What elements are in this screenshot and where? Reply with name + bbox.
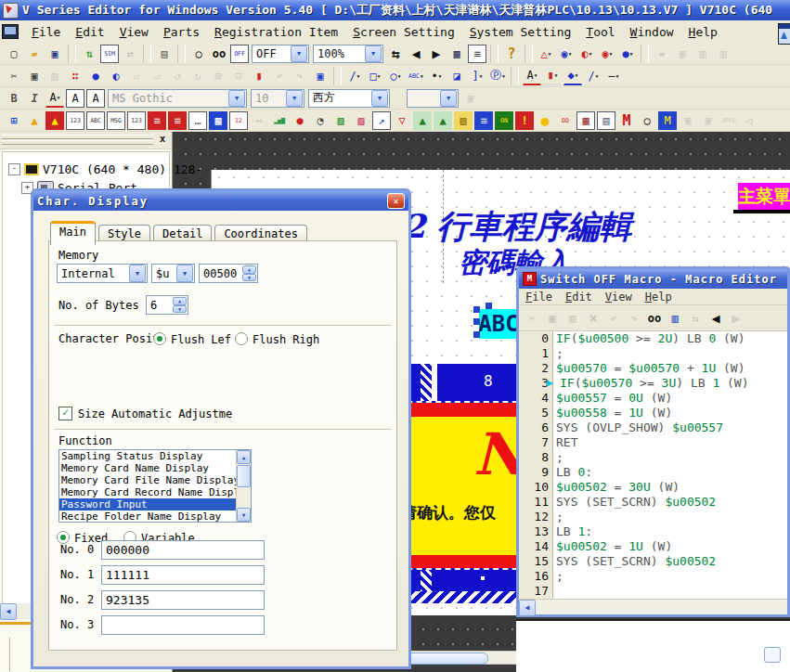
rotate-left-icon[interactable]: ↺	[168, 67, 187, 85]
tabledata-part-icon[interactable]: 123	[127, 111, 146, 130]
child-window-icon[interactable]	[2, 24, 19, 39]
msgdisplay-part-icon[interactable]: MSG	[107, 111, 125, 130]
memory-address-spinner[interactable]: 00500 ▲▼	[199, 264, 258, 283]
screen-list-icon[interactable]: ▦	[447, 45, 466, 63]
undo-icon[interactable]: ↶	[270, 67, 289, 85]
entry-key-part-icon[interactable]: ≡	[168, 111, 187, 130]
circle-tool-icon[interactable]: ○▼	[386, 67, 405, 85]
copy-icon[interactable]: ▣	[25, 67, 44, 85]
macro-line[interactable]: 4$u00557 = 0U (W)	[519, 391, 787, 406]
time-part-icon[interactable]: ○	[638, 111, 656, 130]
function-option[interactable]: Password Input	[59, 498, 236, 510]
password-value-input[interactable]	[101, 615, 265, 635]
menu-item-help[interactable]: Help	[639, 291, 679, 304]
line-tool-icon[interactable]: /▼	[345, 67, 364, 85]
delete-icon[interactable]: ×	[584, 309, 602, 328]
lower-blue-panel[interactable]	[397, 568, 527, 593]
zoom-icon[interactable]: ○	[189, 45, 208, 63]
redo-icon[interactable]: ↷	[291, 67, 309, 85]
onoff-combo[interactable]: OFF▼	[252, 45, 309, 63]
lamp-lib-icon[interactable]: ◐▼	[577, 45, 596, 63]
menu-item-view[interactable]: View	[112, 23, 156, 41]
calendar-part-icon[interactable]: ▦	[576, 111, 595, 130]
char-display-part[interactable]: ABC	[479, 309, 518, 339]
radio-checked-icon[interactable]	[153, 332, 166, 345]
macro-line[interactable]: 14$u00502 = 1U (W)	[519, 539, 787, 554]
graphic-part-icon[interactable]: ▲	[413, 111, 432, 130]
jpeg-part-icon[interactable]: JPEG	[719, 111, 738, 130]
grid-b-icon[interactable]: ⊟	[229, 67, 248, 85]
send-back-icon[interactable]: ▱	[148, 67, 166, 85]
menu-item-tool[interactable]: Tool	[578, 23, 622, 41]
onoff-part-icon[interactable]: ON	[495, 111, 513, 130]
password-entry-panel[interactable]: 8	[397, 362, 527, 403]
menu-item-help[interactable]: Help	[681, 23, 725, 41]
menu-item-window[interactable]: Window	[623, 23, 681, 41]
function-option[interactable]: Memory Card File Name Display	[59, 474, 236, 486]
lamp-part-icon[interactable]: ▲	[25, 111, 44, 130]
ungroup-icon[interactable]: ◐	[107, 67, 125, 85]
env-select-icon[interactable]: ▣	[311, 67, 330, 85]
alarmlamp-part-icon[interactable]: ▲	[45, 111, 64, 130]
numchar-part-icon[interactable]: 12	[229, 111, 248, 130]
find-icon[interactable]: oo	[645, 309, 664, 328]
collapse-icon[interactable]: -	[8, 163, 20, 175]
change-order-icon[interactable]: ▮	[250, 67, 268, 85]
save2-icon[interactable]: ▣	[673, 45, 692, 63]
cut-icon[interactable]: ✂	[5, 67, 23, 85]
grid-a-icon[interactable]: ⊞	[209, 67, 227, 85]
macro-line[interactable]: 15SYS (SET_SCRN) $u00502	[519, 554, 787, 569]
display-env-icon[interactable]: oo	[210, 45, 228, 63]
cut-icon[interactable]: ✂	[523, 309, 541, 328]
forward-icon[interactable]: ▶	[727, 309, 745, 328]
background-button[interactable]	[764, 647, 781, 663]
macro-code-area[interactable]: 0IF($u00500 >= 2U) LB 0 (W)1;2$u00570 = …	[519, 331, 787, 599]
memory-type-combo[interactable]: Internal▼	[57, 264, 148, 283]
tree-node-device[interactable]: - V710C (640 * 480) 128-	[8, 160, 167, 178]
save-icon[interactable]: ▣	[45, 45, 64, 63]
prev-screen-icon[interactable]: ◀	[407, 45, 425, 63]
linewidth-icon[interactable]: —▼	[604, 67, 623, 85]
menu-item-screen-setting[interactable]: Screen Setting	[345, 23, 462, 41]
screen-paste-icon[interactable]: ▥	[714, 45, 732, 63]
paste-icon[interactable]: ▤	[563, 309, 582, 328]
palette-icon[interactable]: ◆▼	[563, 67, 582, 85]
zoom-combo[interactable]: 100%▼	[313, 45, 383, 63]
datablock-part-icon[interactable]: ≡	[474, 111, 493, 130]
menu-item-file[interactable]: File	[24, 23, 68, 41]
video-part-icon[interactable]: ▣	[679, 111, 697, 130]
macro-line[interactable]: 6SYS (OVLP_SHOW) $u00557	[519, 420, 787, 435]
macro-line[interactable]: 0IF($u00500 >= 2U) LB 0 (W)	[519, 331, 787, 346]
group-icon[interactable]: ●	[86, 67, 105, 85]
closedgraph-part-icon[interactable]: ▨	[331, 111, 350, 130]
password-value-input[interactable]	[101, 540, 265, 560]
trendgraph-part-icon[interactable]: ▨	[352, 111, 370, 130]
item-list-icon[interactable]: ≡	[468, 45, 486, 63]
macro-line[interactable]: 1;	[519, 346, 787, 361]
screen-copy-icon[interactable]: ▥	[693, 45, 712, 63]
sound-part-icon[interactable]: ◁	[740, 111, 758, 130]
macro-line[interactable]: 17	[519, 584, 787, 599]
scroll-left-icon[interactable]: ◀	[0, 603, 17, 620]
checkbox-checked-icon[interactable]: ✓	[58, 407, 72, 420]
menu-item-registration-item[interactable]: Registration Item	[207, 23, 345, 41]
vscrollbar-thumb[interactable]	[237, 465, 251, 487]
floating-window-icon[interactable]	[778, 23, 790, 45]
extra-combo[interactable]: ▼	[407, 89, 459, 108]
graph-lib-icon[interactable]: ●▼	[618, 45, 637, 63]
spin-up-icon[interactable]: ▲	[173, 297, 187, 305]
sampling-part-icon[interactable]: ▽	[393, 111, 411, 130]
print-icon[interactable]: ▤	[155, 45, 174, 63]
tree-node-label[interactable]: V710C (640 * 480) 128-	[43, 162, 202, 176]
char-color2-icon[interactable]: A▼	[45, 89, 64, 108]
text-frame2-icon[interactable]: A	[86, 89, 105, 108]
copy-icon[interactable]: ▣	[543, 309, 562, 328]
bargraph-part-icon[interactable]: ▂▅▇	[270, 111, 289, 130]
meter-part-icon[interactable]: ◔	[311, 111, 330, 130]
redo-icon[interactable]: ↷	[625, 309, 643, 328]
macro-line[interactable]: 11SYS (SET_SCRN) $u00502	[519, 495, 787, 510]
scroll-left-icon[interactable]: ◀	[519, 600, 536, 616]
datadisp-lib-icon[interactable]: ◉▼	[598, 45, 616, 63]
multicopy-icon[interactable]: ∷	[66, 67, 84, 85]
selection-handle[interactable]	[486, 303, 492, 309]
